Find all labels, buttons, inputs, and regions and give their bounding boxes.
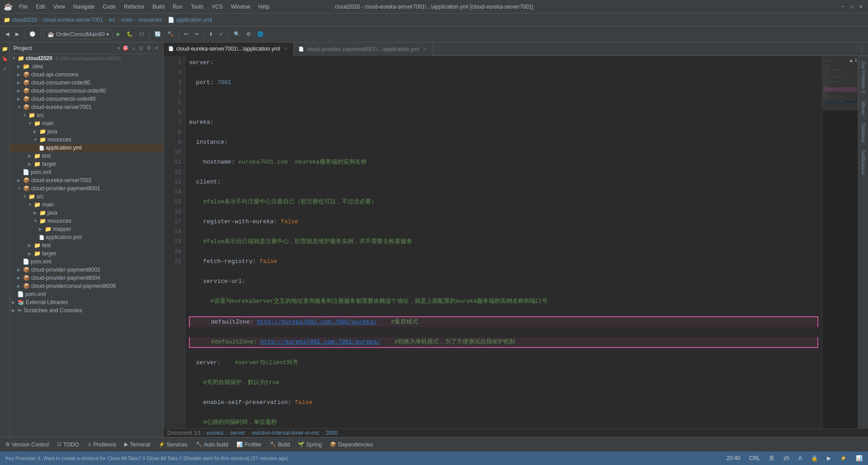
bc-resources[interactable]: resources [138,17,162,23]
tree-item-application-yml-7001[interactable]: 📄 application.yml [10,144,163,152]
tab-close-button-8001[interactable]: ✕ [422,46,428,52]
tree-item-consumerzk-order80[interactable]: ▶ 📦 cloud-consumerzk-order80 [10,95,163,103]
run-config-dropdown[interactable]: ☕ OrderConsulMain80 ▾ [43,29,113,39]
sidebar-structure-icon[interactable]: ≡ [0,64,9,73]
bottom-version-control[interactable]: ⚙ Version Control [2,440,52,449]
toolbar-forward-button[interactable]: ▶ [13,30,22,38]
tab-application-yml-7001[interactable]: 📄 cloud-eureka-server7001\...\applicatio… [164,42,294,56]
tree-item-src-8001[interactable]: ▼ 📁 src [10,193,163,201]
toolbar-vcs-commit[interactable]: ✓ [217,30,226,38]
tree-item-cloud2020[interactable]: ▼ 📁 cloud2020 E:\idea-workspace\cloud202… [10,54,163,62]
tree-item-idea[interactable]: ▶ 📂 .idea [10,62,163,70]
status-lang-zh[interactable]: zh [782,454,791,462]
status-git-icon[interactable]: ⚡ [838,454,849,462]
bc-application-yml[interactable]: application.yml [176,17,212,23]
menu-run[interactable]: Run [169,3,186,11]
bottom-todo[interactable]: ☑ TODO [53,440,82,449]
menu-window[interactable]: Window [227,3,254,11]
toolbar-redo-button[interactable]: ↪ [192,30,201,38]
tree-item-mapper-8001[interactable]: ▶ 📁 mapper [10,225,163,233]
toolbar-undo-button[interactable]: ↩ [181,30,191,38]
menu-vcs[interactable]: VCS [208,3,226,11]
menu-navigate[interactable]: Navigate [70,3,98,11]
menu-file[interactable]: File [15,3,31,11]
tree-item-pom-7001[interactable]: 📄 pom.xml [10,168,163,176]
bc-server7001[interactable]: cloud-eureka-server7001 [42,17,103,23]
tree-item-eureka-server7002[interactable]: ▶ 📦 cloud-eureka-server7002 [10,176,163,184]
toolbar-debug-button[interactable]: 🐛 [124,30,136,38]
tree-item-test-8001[interactable]: ▶ 📁 test [10,241,163,249]
tree-item-payment8001[interactable]: ▼ 📦 cloud-provider-payment8001 [10,184,163,193]
bottom-auto-build[interactable]: 🔨 Auto-build [192,440,232,449]
status-lock-icon[interactable]: 🔒 [809,454,820,462]
sidebar-database[interactable]: Database [860,120,867,146]
bottom-build[interactable]: 🔨 Build [266,440,294,449]
bottom-terminal[interactable]: ▶ Terminal [121,440,154,449]
status-bc-server[interactable]: server: [230,430,247,436]
bc-cloud2020[interactable]: cloud2020 [12,17,37,23]
tree-item-eureka-server7001[interactable]: ▼ 📦 cloud-eureka-server7001 [10,103,163,111]
tree-item-consumerconsul-order80[interactable]: ▶ 📦 cloud-consumerconsul-order80 [10,87,163,95]
tree-item-java-8001[interactable]: ▶ 📁 java [10,209,163,217]
close-button[interactable]: ✕ [857,3,864,10]
sidebar-bookmarks-icon[interactable]: 🔖 [0,54,9,63]
panel-expand-button[interactable]: ≡ [132,45,136,52]
tree-item-target-8001[interactable]: ▶ 📁 target [10,249,163,258]
sidebar-key-promoter[interactable]: Key Promoter X [860,58,867,97]
menu-edit[interactable]: Edit [32,3,49,11]
tree-item-payment8002[interactable]: ▶ 📦 cloud-provider-payment8002 [10,266,163,274]
tree-item-payment8004[interactable]: ▶ 📦 cloud-provider-payment8004 [10,274,163,282]
tree-item-payment8006[interactable]: ▶ 📦 cloud-providerconsul-payment8006 [10,282,163,290]
bottom-services[interactable]: ⚡ Services [155,440,191,449]
tree-item-target-7001[interactable]: ▶ 📁 target [10,160,163,168]
maximize-button[interactable]: □ [848,3,855,10]
tree-item-pom-8001[interactable]: 📄 pom.xml [10,258,163,266]
toolbar-sync-button[interactable]: 🔄 [152,30,164,38]
sidebar-notifications[interactable]: Notifications [860,147,867,178]
tree-item-main-7001[interactable]: ▼ 📁 main [10,119,163,127]
tab-application-yml-8001[interactable]: 📄 cloud-provider-payment8001\...\applica… [294,42,433,56]
tree-item-test-7001[interactable]: ▶ 📁 test [10,152,163,160]
status-time[interactable]: 20:40 [725,454,742,462]
panel-locate-button[interactable]: 🎯 [122,44,130,52]
tree-item-src-7001[interactable]: ▼ 📁 src [10,111,163,119]
tab-close-button-7001[interactable]: ✕ [283,46,289,52]
toolbar-recent-files[interactable]: 🕐 [27,30,38,38]
menu-help[interactable]: Help [255,3,273,11]
menu-view[interactable]: View [50,3,69,11]
panel-settings-button[interactable]: ⚙ [146,44,152,52]
status-message[interactable]: Key Promoter X: Want to create a shortcu… [4,455,719,462]
toolbar-vcs-update[interactable]: ⬇ [206,30,216,38]
bc-src[interactable]: src [108,17,116,23]
toolbar-make-button[interactable]: 🔨 [165,30,176,38]
status-run-icon[interactable]: ▶ [825,454,833,462]
tree-item-consumer-order80[interactable]: ▶ 📦 cloud-consumer-order80 [10,79,163,87]
status-bc-eviction[interactable]: eviction-interval-timer-in-ms: [252,430,320,436]
tab-more-button[interactable]: ⋮ [855,46,868,52]
tree-item-resources-7001[interactable]: ▼ 📁 resources [10,136,163,144]
bc-main[interactable]: main [121,17,133,23]
minimize-button[interactable]: ─ [839,3,846,10]
menu-code[interactable]: Code [99,3,119,11]
tree-item-java-7001[interactable]: ▶ 📁 java [10,127,163,136]
toolbar-translate-button[interactable]: 🌐 [255,30,266,38]
status-encoding[interactable]: CRL [747,454,762,462]
toolbar-back-button[interactable]: ◀ [3,30,12,38]
status-lang-en[interactable]: 英 [767,454,776,463]
status-bc-eureka[interactable]: eureka: [207,430,225,436]
menu-tools[interactable]: Tools [187,3,207,11]
toolbar-run-button[interactable]: ▶ [114,30,123,38]
menu-build[interactable]: Build [149,3,168,11]
toolbar-search-button[interactable]: 🔍 [231,30,243,38]
tree-item-application-yml-8001[interactable]: 📄 application.yml [10,233,163,241]
toolbar-settings-button[interactable]: ⚙ [244,30,254,38]
sidebar-project-icon[interactable]: 📁 [0,44,9,53]
tree-item-main-8001[interactable]: ▼ 📁 main [10,201,163,209]
panel-collapse-button[interactable]: ⊟ [138,44,144,52]
bottom-profiler[interactable]: 📊 Profiler [233,440,265,449]
status-indent[interactable]: A [797,454,804,462]
bottom-problems[interactable]: ⚠ Problems [84,440,120,449]
bottom-spring[interactable]: 🌱 Spring [294,440,326,449]
tree-item-resources-8001[interactable]: ▼ 📁 resources [10,217,163,225]
tree-item-scratches[interactable]: ▶ ✏ Scratches and Consoles [10,306,163,315]
